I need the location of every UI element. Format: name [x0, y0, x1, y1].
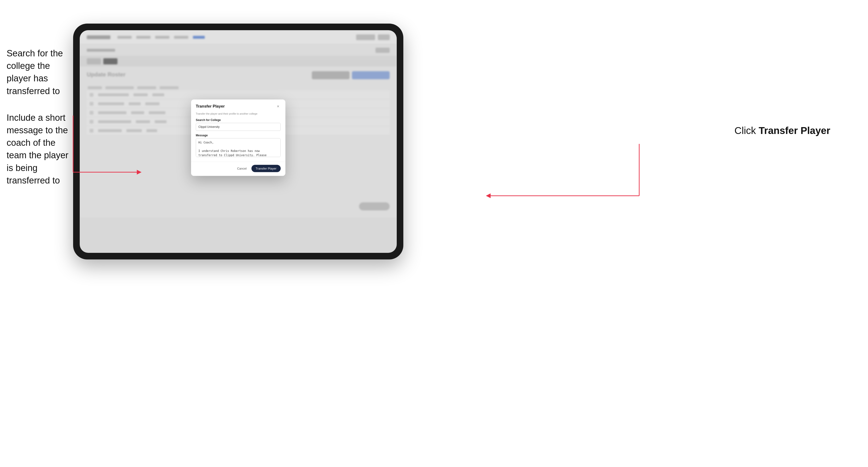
annotation-right-text: Click Transfer Player	[735, 125, 830, 136]
transfer-player-button[interactable]: Transfer Player	[251, 165, 281, 172]
message-label: Message	[196, 134, 281, 137]
modal-close-button[interactable]: ×	[276, 104, 281, 109]
modal-title: Transfer Player	[196, 104, 225, 109]
annotation-message-text: Include a short message to the coach of …	[7, 112, 70, 187]
annotation-search-text: Search for the college the player has tr…	[7, 47, 70, 97]
message-textarea[interactable]: Hi Coach, I understand Chris Robertson h…	[196, 138, 281, 157]
modal-subtitle: Transfer the player and their profile to…	[196, 112, 281, 115]
tablet-frame: Update Roster	[73, 24, 403, 259]
annotation-left: Search for the college the player has tr…	[7, 47, 70, 187]
tablet-screen: Update Roster	[80, 30, 397, 253]
cancel-button[interactable]: Cancel	[235, 165, 249, 172]
modal-header: Transfer Player ×	[191, 99, 285, 112]
search-college-label: Search for College	[196, 118, 281, 122]
modal-footer: Cancel Transfer Player	[191, 162, 285, 176]
svg-marker-5	[486, 193, 491, 198]
transfer-player-modal: Transfer Player × Transfer the player an…	[191, 99, 285, 176]
modal-body: Transfer the player and their profile to…	[191, 112, 285, 162]
annotation-right: Click Transfer Player	[735, 125, 830, 136]
search-college-input[interactable]	[196, 123, 281, 131]
